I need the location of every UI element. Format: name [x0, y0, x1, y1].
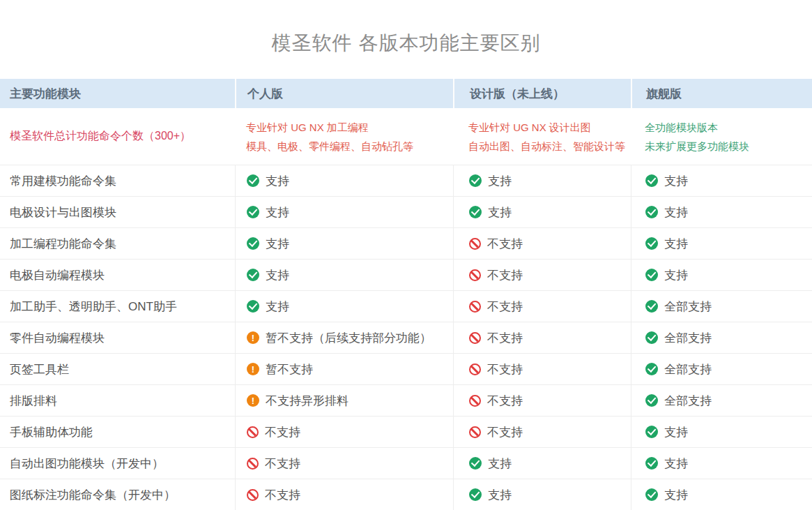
prohibited-icon	[469, 269, 481, 281]
status-cell: 暂不支持	[235, 354, 453, 384]
prohibited-icon	[247, 426, 259, 438]
status-text: 支持	[664, 456, 688, 472]
status-cell: 不支持	[453, 322, 631, 353]
table-row: 零件自动编程模块暂不支持（后续支持部分功能）不支持全部支持	[0, 322, 812, 354]
status-cell: 不支持	[453, 417, 631, 447]
check-circle-icon	[469, 457, 482, 470]
prohibited-icon	[469, 426, 481, 438]
table-row: 加工助手、透明助手、ONT助手支持不支持全部支持	[0, 291, 812, 322]
status-text: 不支持	[487, 236, 523, 252]
status-text: 不支持	[487, 267, 523, 283]
check-circle-icon	[645, 394, 658, 407]
feature-label: 电极设计与出图模块	[0, 197, 235, 227]
summary-note-cell: 专业针对 UG NX 加工编程模具、电极、零件编程、自动钻孔等	[235, 108, 453, 165]
table-row: 排版排料不支持异形排料不支持全部支持	[0, 385, 812, 417]
status-text: 支持	[266, 204, 289, 220]
status-text: 不支持异形排料	[266, 393, 348, 409]
status-text: 支持	[488, 173, 512, 189]
check-circle-icon	[645, 300, 658, 313]
status-cell: 支持	[631, 479, 812, 510]
prohibited-icon	[469, 238, 481, 250]
status-cell: 不支持	[235, 417, 453, 447]
status-cell: 支持	[453, 479, 631, 510]
check-circle-icon	[645, 457, 658, 470]
feature-label: 加工助手、透明助手、ONT助手	[0, 291, 235, 322]
status-text: 不支持	[487, 393, 523, 409]
status-text: 支持	[266, 299, 289, 315]
check-circle-icon	[247, 206, 259, 218]
check-circle-icon	[247, 237, 259, 250]
status-cell: 支持	[631, 417, 812, 447]
status-text: 支持	[488, 204, 512, 220]
table-row: 手板辅助体功能不支持不支持支持	[0, 417, 812, 448]
check-circle-icon	[645, 363, 658, 375]
summary-row: 模圣软件总计功能命令个数（300+） 专业针对 UG NX 加工编程模具、电极、…	[0, 108, 812, 165]
check-circle-icon	[469, 206, 482, 218]
feature-label: 零件自动编程模块	[0, 322, 235, 353]
prohibited-icon	[469, 395, 481, 407]
status-text: 支持	[664, 204, 688, 220]
status-text: 支持	[664, 487, 688, 503]
status-cell: 支持	[235, 291, 453, 322]
status-cell: 全部支持	[631, 385, 812, 416]
status-cell: 不支持	[235, 479, 453, 510]
status-cell: 支持	[631, 165, 812, 196]
status-text: 全部支持	[664, 299, 712, 315]
status-text: 支持	[488, 456, 512, 472]
status-cell: 不支持异形排料	[235, 385, 453, 416]
check-circle-icon	[247, 174, 259, 187]
status-cell: 支持	[453, 197, 631, 227]
check-circle-icon	[645, 206, 658, 218]
warning-circle-icon	[247, 394, 259, 407]
summary-note-cell: 全功能模块版本未来扩展更多功能模块	[631, 108, 812, 165]
summary-note-line: 未来扩展更多功能模块	[645, 137, 749, 156]
check-circle-icon	[645, 488, 658, 501]
column-header-feature: 主要功能模块	[0, 79, 235, 108]
summary-note-line: 模具、电极、零件编程、自动钻孔等	[246, 137, 413, 156]
check-circle-icon	[469, 174, 482, 187]
status-text: 支持	[664, 424, 688, 440]
prohibited-icon	[469, 332, 481, 344]
status-text: 全部支持	[664, 393, 712, 409]
feature-label: 页签工具栏	[0, 354, 235, 384]
prohibited-icon	[247, 489, 259, 501]
status-cell: 支持	[235, 260, 453, 290]
table-row: 图纸标注功能命令集（开发中）不支持支持支持	[0, 479, 812, 510]
column-header-flagship: 旗舰版	[631, 79, 812, 108]
check-circle-icon	[645, 331, 658, 344]
status-text: 不支持	[487, 330, 523, 346]
table-row: 常用建模功能命令集支持支持支持	[0, 165, 812, 197]
status-text: 支持	[266, 236, 289, 252]
status-text: 全部支持	[664, 330, 712, 346]
status-cell: 全部支持	[631, 354, 812, 384]
summary-note-line: 自动出图、自动标注、智能设计等	[468, 137, 625, 156]
status-text: 不支持	[487, 361, 523, 377]
table-row: 加工编程功能命令集支持不支持支持	[0, 228, 812, 260]
status-cell: 支持	[453, 448, 631, 479]
feature-label: 图纸标注功能命令集（开发中）	[0, 479, 235, 510]
summary-note-line: 全功能模块版本	[645, 118, 718, 137]
status-text: 不支持	[265, 424, 300, 440]
summary-note-line: 专业针对 UG NX 设计出图	[468, 118, 591, 137]
feature-label: 自动出图功能模块（开发中）	[0, 448, 235, 479]
status-cell: 支持	[631, 448, 812, 479]
status-cell: 支持	[235, 228, 453, 259]
status-cell: 不支持	[453, 354, 631, 384]
status-text: 不支持	[265, 456, 300, 472]
check-circle-icon	[645, 237, 658, 250]
check-circle-icon	[247, 269, 259, 281]
status-cell: 不支持	[453, 291, 631, 322]
status-cell: 支持	[631, 228, 812, 259]
status-cell: 不支持	[453, 228, 631, 259]
summary-note-cell: 专业针对 UG NX 设计出图自动出图、自动标注、智能设计等	[453, 108, 631, 165]
column-header-personal: 个人版	[235, 79, 453, 108]
status-cell: 不支持	[453, 260, 631, 290]
status-text: 支持	[664, 173, 688, 189]
status-text: 支持	[488, 487, 512, 503]
table-row: 电极设计与出图模块支持支持支持	[0, 197, 812, 228]
status-text: 不支持	[265, 487, 300, 503]
feature-label: 排版排料	[0, 385, 235, 416]
check-circle-icon	[645, 426, 658, 438]
summary-feature-label: 模圣软件总计功能命令个数（300+）	[0, 108, 235, 165]
feature-label: 加工编程功能命令集	[0, 228, 235, 259]
